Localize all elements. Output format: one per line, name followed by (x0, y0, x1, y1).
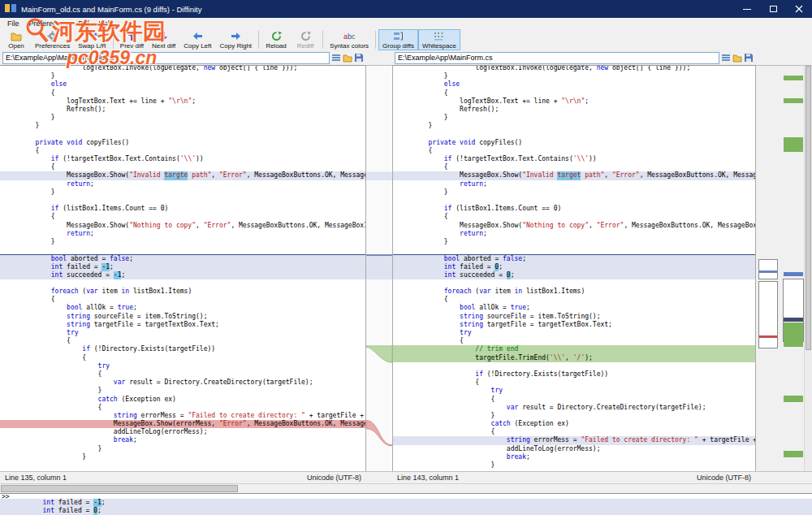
code-line: { (0, 296, 365, 304)
code-line (393, 362, 755, 370)
code-line: { (0, 337, 365, 345)
menu-preferences[interactable]: Preferences (24, 19, 74, 28)
code-line: try (0, 329, 365, 337)
toolbar-button-preferences[interactable]: Preferences (31, 29, 74, 50)
code-line: } (393, 412, 755, 420)
left-code: logTextBox.Invoke(logDelegate, new objec… (0, 65, 365, 461)
code-line: bool allOk = true; (393, 304, 755, 312)
left-code-pane[interactable]: logTextBox.Invoke(logDelegate, new objec… (0, 65, 366, 471)
code-line: bool aborted = false; (393, 254, 755, 262)
minimap-diff-mark (784, 396, 803, 402)
minimap-viewport[interactable] (758, 281, 778, 348)
copy-right-icon (231, 31, 241, 41)
menu-help[interactable]: Help (93, 19, 119, 28)
code-line: { (0, 404, 365, 412)
minimap-diff-mark (784, 98, 803, 103)
app-icon (5, 3, 16, 15)
left-status-cell: Line 135, column 1 Unicode (UTF-8) (0, 472, 366, 483)
toolbar-separator (322, 31, 323, 49)
right-file-path-input[interactable] (395, 52, 719, 64)
toolbar-button-copy-left[interactable]: Copy Left (179, 29, 215, 50)
code-line: MessageBox.Show("Nothing to copy", "Erro… (393, 222, 755, 230)
right-file-group (392, 52, 756, 64)
code-line: string sourceFile = item.ToString(); (393, 313, 755, 321)
toolbar-button-whitespace[interactable]: Whitespace (418, 29, 460, 50)
reload-icon (271, 31, 282, 41)
right-code-pane[interactable]: logTextBox.Invoke(logDelegate, new objec… (392, 65, 756, 471)
code-line: } (393, 122, 755, 130)
toolbar-button-open[interactable]: Open (2, 29, 31, 50)
code-line: logTextBox.Text += line + "\r\n"; (0, 97, 365, 106)
code-line: catch (Exception ex) (393, 420, 755, 428)
vertical-scrollbar[interactable] (804, 66, 812, 471)
horizontal-scrollbar-thumb[interactable] (1, 485, 238, 492)
right-code: logTextBox.Invoke(logDelegate, new objec… (393, 65, 755, 470)
horizontal-scrollbar[interactable] (0, 483, 812, 493)
minimap-diff-mark (759, 335, 777, 338)
bottom-diff-lines: int failed = -1; int failed = 0; (0, 499, 812, 515)
vertical-scrollbar-thumb[interactable] (806, 66, 811, 350)
code-line: bool allOk = true; (0, 304, 365, 312)
right-save-icon[interactable] (744, 53, 754, 63)
code-line: { (393, 428, 755, 436)
code-line: { (0, 370, 365, 379)
titlebar: MainForm_old.cs and MainForm.cs (9 diffs… (0, 0, 812, 18)
menu-file[interactable]: File (2, 19, 24, 28)
maximize-icon (770, 6, 777, 12)
left-encoding: Unicode (UTF-8) (307, 474, 361, 482)
left-file-path-input[interactable] (2, 52, 330, 64)
toolbar-button-copy-right[interactable]: Copy Right (215, 29, 256, 50)
toolbar-button-prev-diff[interactable]: Prev diff (116, 29, 148, 50)
code-line: MessageBox.Show("Nothing to copy", "Erro… (0, 222, 365, 230)
code-line: { (0, 163, 365, 171)
code-line: var result = Directory.CreateDirectory(t… (0, 379, 365, 387)
code-line: string targetFile = targetTextBox.Text; (0, 321, 365, 329)
minimap-viewport[interactable] (758, 259, 778, 279)
toolbar-button-syntax-colors[interactable]: abcSyntax colors (326, 29, 373, 50)
code-line: try (393, 329, 755, 337)
toolbar-button-next-diff[interactable]: Next diff (148, 29, 179, 50)
code-line: return; (393, 230, 755, 238)
toolbar-button-group-diffs[interactable]: Group diffs (378, 29, 418, 50)
right-open-folder-icon[interactable] (732, 53, 742, 63)
left-save-icon[interactable] (354, 53, 364, 63)
code-line: catch (Exception ex) (0, 396, 365, 404)
toolbar-button-swap[interactable]: Swap L/R (74, 29, 110, 50)
code-line: targetFile.TrimEnd('\\', '/'); (393, 354, 755, 362)
code-line (393, 197, 755, 205)
code-line: return; (0, 180, 365, 188)
code-line: int failed = -1; (0, 499, 812, 507)
window-title: MainForm_old.cs and MainForm.cs (9 diffs… (21, 5, 201, 14)
code-line: Refresh(); (0, 106, 365, 114)
toolbar-button-rediff[interactable]: Rediff (291, 29, 320, 50)
toolbar-separator (113, 31, 114, 49)
copy-left-icon (192, 31, 203, 41)
menubar: File Preferences Diff Help (0, 18, 812, 28)
code-line: } (0, 445, 365, 453)
minimap-diff-mark (784, 322, 803, 347)
minimap-diff-mark (784, 318, 803, 322)
code-line: return; (393, 180, 755, 188)
left-recent-list-icon[interactable] (331, 53, 341, 63)
code-line: { (0, 213, 365, 221)
code-line: { (393, 89, 755, 97)
rediff-icon (300, 31, 311, 41)
minimap-diff-mark (784, 451, 803, 457)
right-recent-list-icon[interactable] (721, 53, 731, 63)
code-line: if (listBox1.Items.Count == 0) (393, 205, 755, 213)
diff-main-area: logTextBox.Invoke(logDelegate, new objec… (0, 65, 812, 471)
close-button[interactable] (786, 0, 812, 18)
code-line: } (0, 114, 365, 122)
menu-diff[interactable]: Diff (73, 19, 93, 28)
toolbar-button-reload[interactable]: Reload (261, 29, 291, 50)
code-line: } (393, 238, 755, 246)
maximize-button[interactable] (760, 0, 786, 18)
minimize-button[interactable] (734, 0, 760, 18)
left-open-folder-icon[interactable] (343, 53, 352, 63)
minimap-track-2 (783, 66, 804, 471)
code-line: else (393, 80, 755, 89)
code-line: if (listBox1.Items.Count == 0) (0, 205, 365, 213)
syntax-colors-icon: abc (343, 31, 355, 41)
code-line: logTextBox.Invoke(logDelegate, new objec… (0, 65, 365, 72)
code-line: string sourceFile = item.ToString(); (0, 313, 365, 321)
